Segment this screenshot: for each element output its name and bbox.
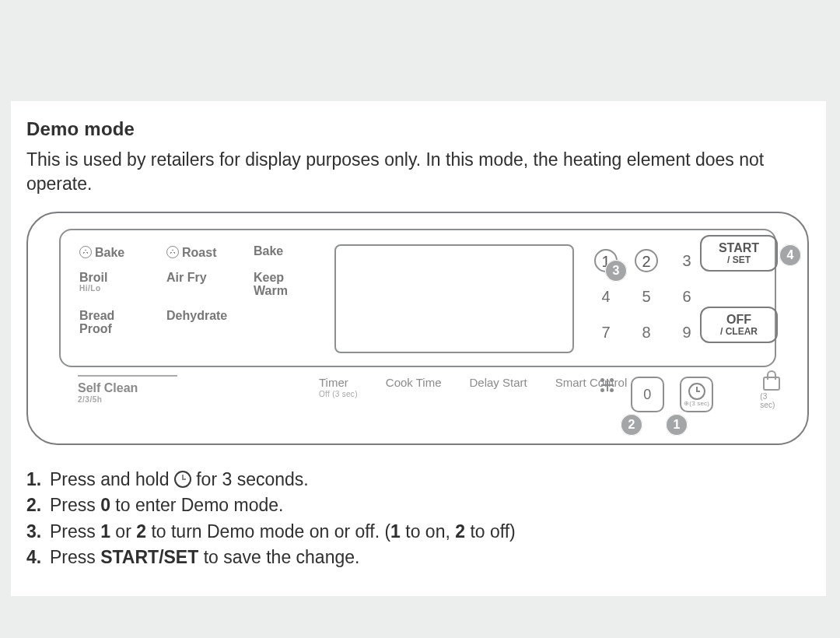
start-set-button[interactable]: START / SET: [700, 235, 778, 272]
step-2: 2. Press 0 to enter Demo mode.: [26, 493, 812, 518]
lcd-display: [334, 244, 574, 353]
callout-1: 1: [666, 414, 688, 436]
timer-button[interactable]: Timer Off (3 sec): [319, 377, 358, 398]
mode-conv-roast[interactable]: Roast: [166, 244, 232, 260]
callout-2: 2: [621, 414, 642, 436]
start-set-group: START / SET: [700, 235, 778, 272]
mode-conv-bake[interactable]: Bake: [79, 244, 145, 260]
clock-icon: [174, 471, 191, 488]
mode-grid: Bake Roast Bake BroilHi/Lo Air Fry Keep …: [79, 244, 320, 347]
mode-keep-warm[interactable]: Keep Warm: [254, 271, 319, 298]
document-sheet: Demo mode This is used by retailers for …: [11, 101, 826, 596]
clock-settings-button[interactable]: ⊕(3 sec): [680, 377, 713, 412]
key-3[interactable]: 3: [675, 252, 698, 270]
function-row: Timer Off (3 sec) Cook Time Delay Start …: [319, 377, 627, 398]
mode-bake[interactable]: Bake: [254, 244, 319, 258]
step-1: 1. Press and hold for 3 seconds.: [26, 467, 812, 493]
key-4[interactable]: 4: [594, 288, 618, 306]
key-8[interactable]: 8: [635, 324, 658, 342]
off-clear-button[interactable]: OFF / CLEAR: [700, 307, 778, 343]
cook-time-button[interactable]: Cook Time: [386, 377, 442, 398]
instructions: 1. Press and hold for 3 seconds. 2. Pres…: [26, 467, 812, 570]
key-2[interactable]: 2: [635, 249, 658, 272]
delay-start-button[interactable]: Delay Start: [470, 377, 527, 398]
brightness-icon[interactable]: [599, 377, 615, 394]
fan-icon: [166, 246, 179, 258]
step-4: 4. Press START/SET to save the change.: [26, 545, 812, 570]
callout-4: 4: [779, 244, 801, 266]
mode-dehydrate[interactable]: Dehydrate: [166, 309, 232, 323]
section-title: Demo mode: [26, 118, 812, 140]
key-6[interactable]: 6: [675, 288, 698, 306]
section-description: This is used by retailers for display pu…: [26, 148, 804, 196]
key-0[interactable]: 0: [631, 377, 664, 412]
mode-air-fry[interactable]: Air Fry: [166, 271, 232, 285]
key-9[interactable]: 9: [675, 324, 698, 342]
page: Demo mode This is used by retailers for …: [0, 0, 840, 638]
step-3: 3. Press 1 or 2 to turn Demo mode on or …: [26, 519, 812, 545]
key-5[interactable]: 5: [635, 288, 658, 306]
extra-keys: 0 ⊕(3 sec) (3 sec): [599, 377, 782, 412]
callout-3: 3: [605, 260, 627, 282]
mode-bread-proof[interactable]: Bread Proof: [79, 309, 145, 336]
mode-broil[interactable]: BroilHi/Lo: [79, 271, 145, 293]
clock-icon: [688, 383, 705, 400]
lock-icon: [763, 377, 780, 391]
control-panel: Bake Roast Bake BroilHi/Lo Air Fry Keep …: [26, 212, 809, 445]
key-7[interactable]: 7: [594, 324, 618, 342]
divider: [78, 375, 177, 377]
off-clear-group: OFF / CLEAR: [700, 307, 778, 343]
panel-inner: Bake Roast Bake BroilHi/Lo Air Fry Keep …: [59, 229, 776, 367]
lock-button[interactable]: (3 sec): [760, 377, 782, 409]
fan-icon: [79, 246, 92, 258]
